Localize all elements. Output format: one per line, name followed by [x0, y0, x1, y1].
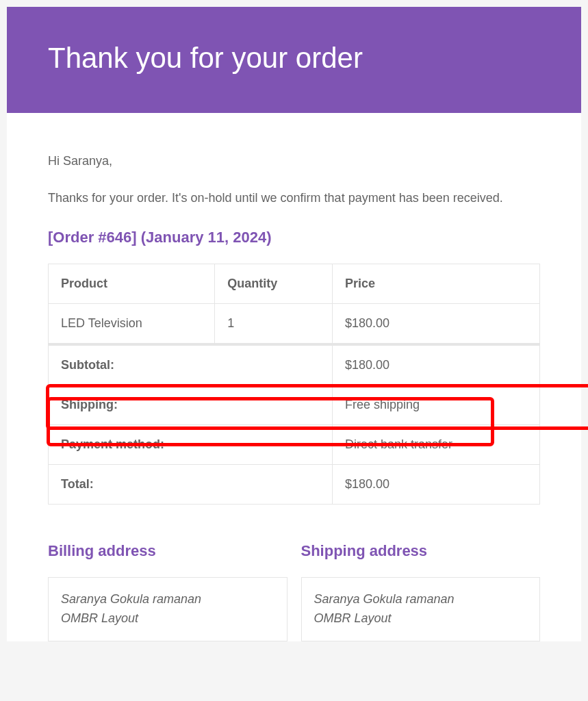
billing-line1: OMBR Layout: [61, 609, 274, 628]
label-total: Total:: [49, 465, 333, 505]
billing-address: Saranya Gokula ramanan OMBR Layout: [48, 577, 287, 641]
col-quantity: Quantity: [215, 264, 333, 304]
intro-text: Thanks for your order. It's on-hold unti…: [48, 189, 540, 208]
email-content: Hi Saranya, Thanks for your order. It's …: [7, 113, 581, 641]
shipping-name: Saranya Gokula ramanan: [314, 590, 528, 609]
greeting-text: Hi Saranya,: [48, 154, 540, 168]
billing-heading: Billing address: [48, 542, 287, 560]
shipping-line1: OMBR Layout: [314, 609, 528, 628]
row-payment: Payment method: Direct bank transfer: [49, 425, 540, 465]
cell-price: $180.00: [332, 304, 539, 345]
page-title: Thank you for your order: [48, 41, 540, 75]
email-header: Thank you for your order: [7, 7, 581, 113]
label-payment: Payment method:: [49, 425, 333, 465]
col-price: Price: [332, 264, 539, 304]
cell-quantity: 1: [215, 304, 333, 345]
value-subtotal: $180.00: [332, 344, 539, 385]
shipping-address: Saranya Gokula ramanan OMBR Layout: [301, 577, 541, 641]
shipping-heading: Shipping address: [301, 542, 541, 560]
row-shipping: Shipping: Free shipping: [49, 385, 540, 425]
shipping-column: Shipping address Saranya Gokula ramanan …: [301, 542, 541, 641]
label-shipping: Shipping:: [49, 385, 333, 425]
col-product: Product: [49, 264, 215, 304]
value-total: $180.00: [332, 465, 539, 505]
value-shipping: Free shipping: [332, 385, 539, 425]
billing-name: Saranya Gokula ramanan: [61, 590, 274, 609]
table-header-row: Product Quantity Price: [49, 264, 540, 304]
row-subtotal: Subtotal: $180.00: [49, 344, 540, 385]
value-payment: Direct bank transfer: [332, 425, 539, 465]
label-subtotal: Subtotal:: [49, 344, 333, 385]
billing-column: Billing address Saranya Gokula ramanan O…: [48, 542, 287, 641]
email-container: Thank you for your order Hi Saranya, Tha…: [7, 7, 581, 641]
row-total: Total: $180.00: [49, 465, 540, 505]
order-table: Product Quantity Price LED Television 1 …: [48, 264, 540, 505]
cell-product: LED Television: [49, 304, 215, 345]
table-row: LED Television 1 $180.00: [49, 304, 540, 345]
order-heading: [Order #646] (January 11, 2024): [48, 229, 540, 246]
address-section: Billing address Saranya Gokula ramanan O…: [48, 542, 540, 641]
